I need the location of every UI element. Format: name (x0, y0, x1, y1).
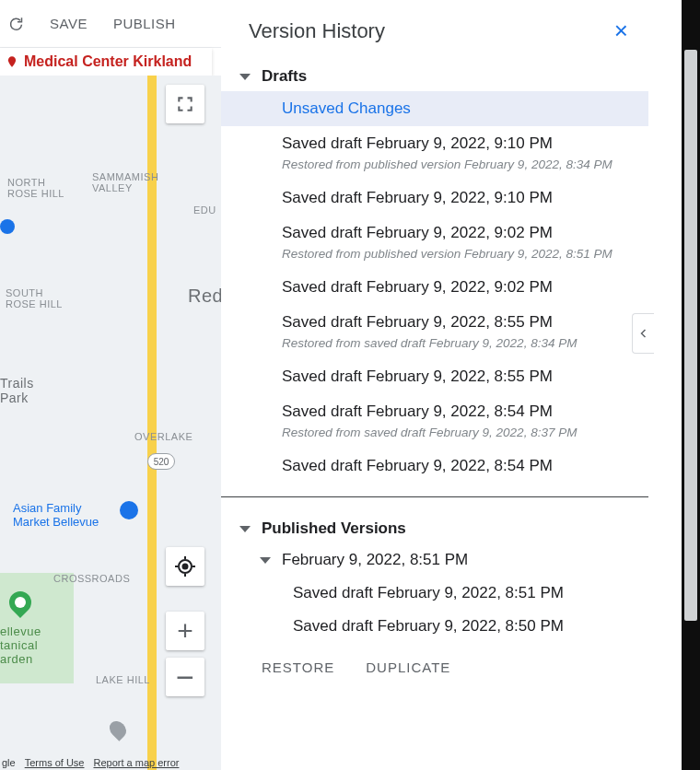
minus-icon: − (176, 659, 194, 695)
published-version-label: February 9, 2022, 8:51 PM (282, 551, 468, 569)
version-history-panel: Version History × Drafts Unsaved Changes… (221, 0, 674, 770)
map-label: ellevue tanical arden (0, 624, 41, 666)
plus-icon: + (177, 615, 193, 647)
published-list: February 9, 2022, 8:51 PMSaved draft Feb… (221, 543, 648, 643)
map-poi[interactable]: Asian Family Market Bellevue (13, 501, 99, 529)
version-history-header: Version History × (221, 0, 674, 62)
draft-restore-note: Restored from saved draft February 9, 20… (221, 336, 648, 359)
draft-item[interactable]: Unsaved Changes (221, 91, 648, 126)
svg-point-1 (183, 565, 188, 569)
draft-item[interactable]: Saved draft February 9, 2022, 8:54 PM (221, 449, 648, 484)
version-history-body: Drafts Unsaved ChangesSaved draft Februa… (221, 62, 674, 770)
map-label: EDU (193, 204, 216, 216)
fullscreen-button[interactable] (166, 85, 204, 123)
panel-collapse-handle[interactable] (632, 313, 654, 354)
map-footer: gle Terms of Use Report a map error (0, 757, 221, 768)
map-poi-pin-icon[interactable] (5, 587, 36, 618)
fullscreen-icon (176, 95, 194, 113)
chevron-down-icon (239, 74, 251, 80)
draft-restore-note: Restored from published version February… (221, 247, 648, 270)
map-poi-pin-icon[interactable] (120, 501, 138, 519)
duplicate-button[interactable]: DUPLICATE (366, 659, 450, 675)
draft-restore-note: Restored from published version February… (221, 158, 648, 181)
published-version-item[interactable]: February 9, 2022, 8:51 PM (221, 543, 648, 577)
map-label: LAKE HILL (96, 674, 150, 685)
draft-item[interactable]: Saved draft February 9, 2022, 9:10 PM (221, 181, 648, 216)
chevron-down-icon (260, 557, 271, 564)
close-button[interactable]: × (611, 13, 632, 49)
drafts-header-label: Drafts (262, 67, 307, 86)
version-actions: RESTORE DUPLICATE (221, 643, 648, 692)
save-button[interactable]: SAVE (50, 16, 88, 31)
draft-item[interactable]: Saved draft February 9, 2022, 8:55 PM (221, 359, 648, 394)
map-label: Redn (188, 286, 221, 307)
route-badge: 520 (147, 453, 175, 470)
map-label: OVERLAKE (134, 431, 192, 442)
map-label: CROSSROADS (53, 573, 130, 584)
draft-item[interactable]: Saved draft February 9, 2022, 9:02 PM (221, 270, 648, 305)
publish-button[interactable]: PUBLISH (113, 16, 176, 31)
map-footer-terms[interactable]: Terms of Use (25, 757, 85, 768)
map-label: NORTH ROSE HILL (7, 177, 64, 199)
close-icon: × (614, 17, 628, 44)
editor-toolbar: SAVE PUBLISH (0, 0, 221, 48)
locate-button[interactable] (166, 547, 204, 586)
published-header-label: Published Versions (262, 519, 406, 538)
draft-item[interactable]: Saved draft February 9, 2022, 9:02 PM (221, 216, 648, 251)
map-footer-report[interactable]: Report a map error (93, 757, 179, 768)
map-poi-pin-icon[interactable] (0, 219, 15, 234)
draft-item[interactable]: Saved draft February 9, 2022, 9:10 PM (221, 126, 648, 161)
map-footer-google[interactable]: gle (2, 757, 16, 768)
zoom-in-button[interactable]: + (166, 612, 204, 650)
map-label: Trails Park (0, 376, 34, 405)
drafts-section-header[interactable]: Drafts (221, 62, 648, 91)
draft-item[interactable]: Saved draft February 9, 2022, 8:55 PM (221, 305, 648, 340)
drafts-list: Unsaved ChangesSaved draft February 9, 2… (221, 91, 648, 484)
chevron-left-icon (638, 324, 649, 343)
location-strip[interactable]: Medical Center Kirkland (0, 48, 212, 76)
published-sub-draft[interactable]: Saved draft February 9, 2022, 8:50 PM (221, 610, 648, 643)
scrollbar-thumb[interactable] (684, 50, 697, 621)
restore-button[interactable]: RESTORE (262, 659, 334, 675)
version-history-title: Version History (249, 19, 385, 43)
chevron-down-icon (239, 526, 251, 532)
zoom-out-button[interactable]: − (166, 658, 204, 696)
map-label: SAMMAMISH VALLEY (92, 171, 158, 193)
published-section-header[interactable]: Published Versions (221, 514, 648, 543)
map-poi-pin-icon[interactable] (106, 718, 129, 741)
draft-restore-note: Restored from saved draft February 9, 20… (221, 426, 648, 449)
published-sub-draft[interactable]: Saved draft February 9, 2022, 8:51 PM (221, 577, 648, 610)
location-pin-icon (6, 53, 18, 70)
map-label: SOUTH ROSE HILL (6, 287, 63, 309)
redo-icon[interactable] (6, 15, 24, 33)
map-canvas[interactable]: NORTH ROSE HILL SAMMAMISH VALLEY EDU SOU… (0, 76, 221, 770)
section-divider (221, 496, 648, 497)
location-name: Medical Center Kirkland (24, 53, 192, 70)
target-icon (174, 555, 196, 578)
draft-item[interactable]: Saved draft February 9, 2022, 8:54 PM (221, 394, 648, 429)
